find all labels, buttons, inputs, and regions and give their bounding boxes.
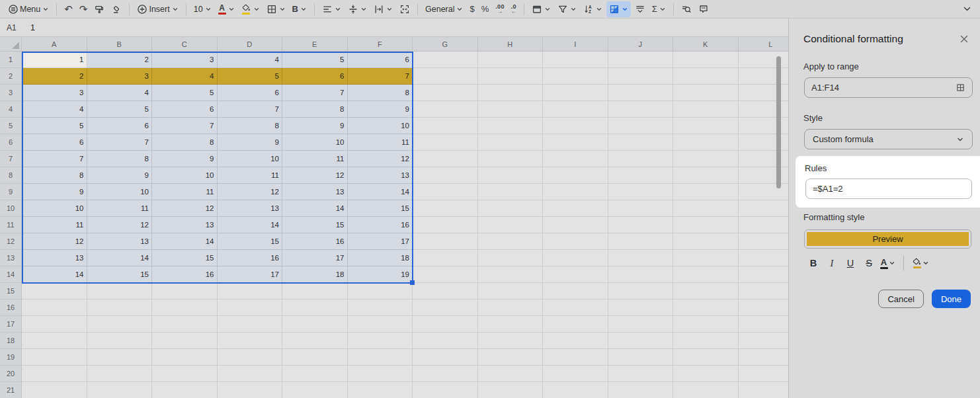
cell-C18[interactable] [152,333,218,349]
cell-J3[interactable] [608,85,674,101]
cell-H8[interactable] [478,167,544,184]
row-header-6[interactable]: 6 [0,134,22,151]
cell-K9[interactable] [673,184,739,200]
column-header-j[interactable]: J [608,37,674,52]
cell-G7[interactable] [413,151,478,167]
cell-K1[interactable] [673,52,739,68]
cell-D16[interactable] [218,299,283,316]
cell-L18[interactable] [739,333,789,349]
cell-K17[interactable] [673,316,739,333]
cell-G13[interactable] [413,250,478,266]
cell-F21[interactable] [348,382,413,398]
cell-G10[interactable] [413,200,478,217]
cell-G16[interactable] [413,299,478,316]
cell-G11[interactable] [413,217,478,233]
cell-I20[interactable] [543,366,608,382]
sort-button[interactable]: AZ [581,1,605,17]
cell-D18[interactable] [218,333,283,349]
row-header-16[interactable]: 16 [0,299,22,316]
cell-J16[interactable] [608,299,674,316]
cell-D21[interactable] [218,382,283,398]
cell-K3[interactable] [673,85,739,101]
cell-H19[interactable] [478,349,544,366]
cell-H7[interactable] [478,151,544,167]
decrease-decimals-button[interactable]: .0← [509,1,519,17]
cell-B21[interactable] [87,382,153,398]
cell-A17[interactable] [22,316,87,333]
cell-H5[interactable] [478,118,544,134]
cell-I7[interactable] [543,151,608,167]
paint-format-button[interactable] [91,1,107,17]
cell-G9[interactable] [413,184,478,200]
undo-button[interactable]: ↶ [61,1,75,17]
cell-L19[interactable] [739,349,789,366]
cell-I3[interactable] [543,85,608,101]
cell-B15[interactable] [87,283,153,299]
cell-F20[interactable] [348,366,413,382]
cell-L21[interactable] [739,382,789,398]
row-header-11[interactable]: 11 [0,217,22,233]
number-format-select[interactable]: General [423,1,466,17]
cell-H10[interactable] [478,200,544,217]
column-header-l[interactable]: L [739,37,789,52]
cell-H3[interactable] [478,85,544,101]
clear-format-button[interactable] [108,1,124,17]
increase-decimals-button[interactable]: .00→ [493,1,507,17]
vertical-scrollbar[interactable] [776,56,781,188]
fill-color-button[interactable] [912,255,929,271]
cell-H2[interactable] [478,68,544,85]
cell-L11[interactable] [739,217,789,233]
cell-D19[interactable] [218,349,283,366]
cell-G15[interactable] [413,283,478,299]
cell-L20[interactable] [739,366,789,382]
cell-G17[interactable] [413,316,478,333]
row-header-7[interactable]: 7 [0,151,22,167]
cell-G20[interactable] [413,366,478,382]
cell-L10[interactable] [739,200,789,217]
cell-J17[interactable] [608,316,674,333]
cell-A19[interactable] [22,349,87,366]
formula-input[interactable]: 1 [25,23,35,32]
cell-K11[interactable] [673,217,739,233]
cell-H4[interactable] [478,101,544,118]
row-header-15[interactable]: 15 [0,283,22,299]
row-header-3[interactable]: 3 [0,85,22,101]
range-input[interactable]: A1:F14 [804,77,973,98]
column-header-c[interactable]: C [152,37,218,52]
cell-A18[interactable] [22,333,87,349]
cell-J19[interactable] [608,349,674,366]
cell-J2[interactable] [608,68,674,85]
cell-E16[interactable] [282,299,348,316]
cell-C17[interactable] [152,316,218,333]
cell-I4[interactable] [543,101,608,118]
freeze-button[interactable] [529,1,553,17]
cell-C21[interactable] [152,382,218,398]
functions-button[interactable]: Σ [649,1,669,17]
cell-B17[interactable] [87,316,153,333]
cell-G1[interactable] [413,52,478,68]
cell-I16[interactable] [543,299,608,316]
row-header-17[interactable]: 17 [0,316,22,333]
cancel-button[interactable]: Cancel [878,290,923,308]
cell-K21[interactable] [673,382,739,398]
cell-E17[interactable] [282,316,348,333]
cell-J5[interactable] [608,118,674,134]
cell-E15[interactable] [282,283,348,299]
done-button[interactable]: Done [932,290,971,308]
cell-B19[interactable] [87,349,153,366]
vertical-align-button[interactable] [345,1,370,17]
cell-F18[interactable] [348,333,413,349]
merge-cells-button[interactable] [397,1,413,17]
redo-button[interactable]: ↷ [77,1,91,17]
cell-L17[interactable] [739,316,789,333]
cell-J20[interactable] [608,366,674,382]
row-group-button[interactable] [632,1,648,17]
cell-H17[interactable] [478,316,544,333]
filter-button[interactable] [555,1,579,17]
column-header-d[interactable]: D [218,37,283,52]
comment-button[interactable] [696,1,712,17]
cell-K19[interactable] [673,349,739,366]
cell-C20[interactable] [152,366,218,382]
cell-K5[interactable] [673,118,739,134]
cell-J6[interactable] [608,134,674,151]
